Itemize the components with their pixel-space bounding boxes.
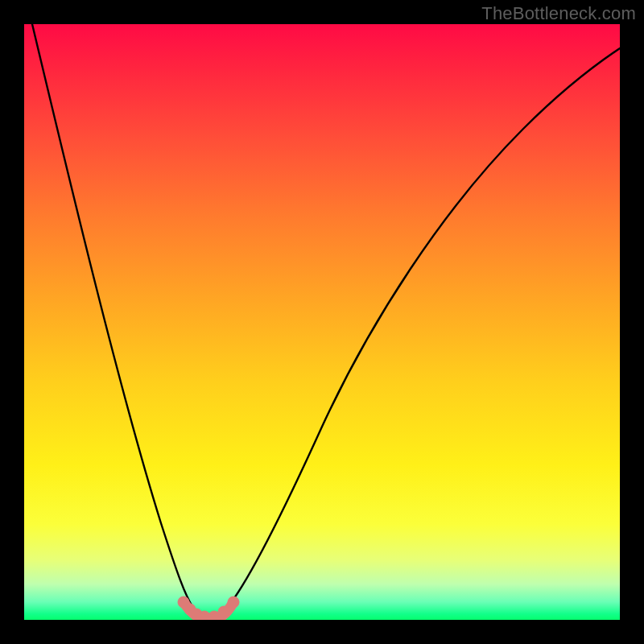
chart-overlay <box>24 24 620 620</box>
trough-marker-group <box>178 597 239 620</box>
chart-frame: TheBottleneck.com <box>0 0 644 644</box>
attribution-label: TheBottleneck.com <box>481 3 636 24</box>
bottleneck-curve <box>32 24 620 618</box>
trough-connector <box>184 602 233 620</box>
plot-area <box>24 24 620 620</box>
